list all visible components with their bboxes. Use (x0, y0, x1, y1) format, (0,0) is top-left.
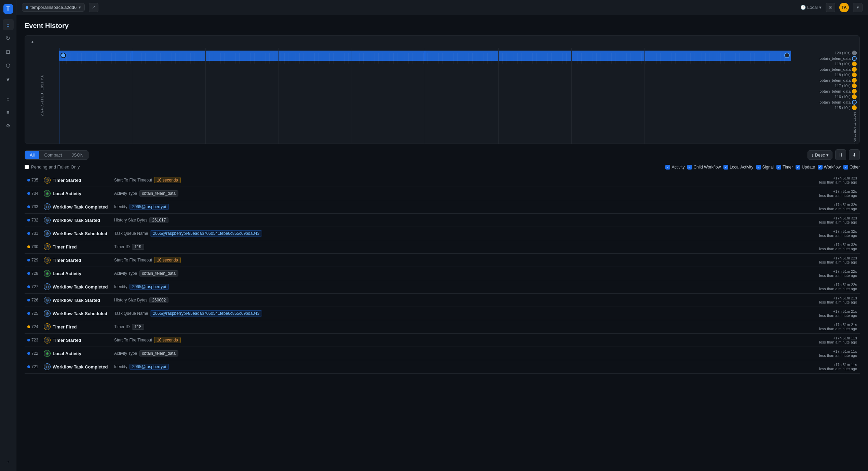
table-row[interactable]: 729 ⏱ Timer Started Start To Fire Timeou… (25, 254, 860, 267)
view-tab-group: All Compact JSON (25, 150, 89, 160)
timeline-start-label: 2024-09-11 EDT 18:11:796 (40, 75, 44, 116)
timeline-right-item: obtain_telem_data (794, 89, 857, 94)
event-type-icon: ⏱ (44, 243, 51, 250)
sidebar-item-settings[interactable]: ⚙ (3, 120, 14, 131)
collapse-timeline-button[interactable]: ▲ (29, 38, 36, 45)
sidebar-item-home[interactable]: ⌂ (3, 19, 14, 30)
app-logo[interactable]: T (3, 4, 13, 14)
meta-value: obtain_telem_data (139, 270, 178, 277)
feedback-icon[interactable]: ⊡ (826, 3, 835, 12)
sort-button[interactable]: ↓ Desc ▾ (808, 150, 832, 160)
table-row[interactable]: 723 ⏱ Timer Started Start To Fire Timeou… (25, 334, 860, 347)
indicator-dot (27, 245, 30, 248)
external-link-icon[interactable]: ↗ (89, 3, 98, 12)
meta-key: History Size Bytes (114, 298, 147, 302)
table-row[interactable]: 732 ⊙ Workflow Task Started History Size… (25, 214, 860, 227)
meta-key: Start To Fire Timeout (114, 258, 152, 263)
event-time: +17h 51m 21s less than a minute ago (796, 309, 857, 318)
sidebar-item-list[interactable]: ≡ (3, 107, 14, 118)
sidebar-item-refresh[interactable]: ↻ (3, 33, 14, 44)
meta-key: Start To Fire Timeout (114, 178, 152, 183)
timeline-right-item: obtain_telem_data (794, 56, 857, 61)
chip-activity[interactable]: ✓ Activity (665, 165, 684, 170)
chip-signal[interactable]: ✓ Signal (756, 165, 774, 170)
event-time: +17h 51m 11s less than a minute ago (796, 349, 857, 358)
event-time-absolute: less than a minute ago (796, 247, 857, 251)
chip-other[interactable]: ✓ Other (843, 165, 860, 170)
event-id: 732 (31, 218, 44, 223)
topbar: temporalinspace.a2dd6 ▾ ↗ 🕐 Local ▾ ⊡ TA… (16, 0, 868, 15)
event-name: Workflow Task Started (53, 218, 114, 223)
chip-activity-label: Activity (672, 165, 684, 170)
table-row[interactable]: 726 ⊙ Workflow Task Started History Size… (25, 294, 860, 307)
table-row[interactable]: 722 ⊕ Local Activity Activity Type obtai… (25, 347, 860, 360)
event-name: Local Activity (53, 351, 114, 356)
timeline-right-label: obtain_telem_data (819, 67, 851, 71)
filter-chips: ✓ Activity ✓ Child Workflow ✓ Local Acti… (665, 165, 860, 170)
event-name: Timer Started (53, 178, 114, 183)
avatar-dropdown-icon[interactable]: ▾ (853, 3, 863, 12)
meta-key: Activity Type (114, 191, 137, 196)
event-name: Timer Started (53, 338, 114, 343)
chip-child-workflow[interactable]: ✓ Child Workflow (687, 165, 721, 170)
timeline-dot-115 (852, 105, 857, 110)
pause-button[interactable]: ⏸ (835, 149, 846, 160)
chip-update[interactable]: ✓ Update (796, 165, 815, 170)
namespace-dropdown-icon[interactable]: ▾ (79, 5, 81, 10)
event-time: +17h 51m 32s less than a minute ago (796, 216, 857, 224)
table-row[interactable]: 735 ⏱ Timer Started Start To Fire Timeou… (25, 174, 860, 187)
meta-value: 10 seconds (154, 337, 180, 343)
indicator-dot (27, 339, 30, 341)
event-type-icon: ⏱ (44, 257, 51, 264)
event-time-relative: +17h 51m 22s (796, 283, 857, 287)
chip-timer[interactable]: ✓ Timer (776, 165, 793, 170)
avatar[interactable]: TA (839, 3, 849, 12)
chip-local-activity[interactable]: ✓ Local Activity (723, 165, 753, 170)
event-id: 725 (31, 311, 44, 316)
table-row[interactable]: 728 ⊕ Local Activity Activity Type obtai… (25, 267, 860, 280)
timeline-header: ▲ (25, 36, 859, 48)
timeline-main[interactable] (59, 48, 791, 144)
meta-value: 260002 (149, 297, 168, 303)
event-time-absolute: less than a minute ago (796, 327, 857, 331)
timeline-dot-117 (852, 83, 857, 88)
table-row[interactable]: 733 ⊙ Workflow Task Completed Identity 2… (25, 200, 860, 214)
sidebar-item-star[interactable]: ★ (3, 74, 14, 85)
timeline-right-item: 119 (10s) (794, 62, 857, 66)
timezone-selector[interactable]: 🕐 Local ▾ (800, 5, 822, 10)
table-row[interactable]: 724 ⏱ Timer Fired Timer ID 118 +17h 51m … (25, 320, 860, 334)
chip-workflow[interactable]: ✓ Workflow (818, 165, 841, 170)
event-id: 730 (31, 244, 44, 249)
event-time-absolute: less than a minute ago (796, 300, 857, 304)
event-meta: Start To Fire Timeout 10 seconds (114, 177, 796, 183)
sidebar-item-workflow[interactable]: ⬡ (3, 60, 14, 71)
pending-failed-filter[interactable]: Pending and Failed Only (25, 164, 80, 170)
table-row[interactable]: 721 ⊙ Workflow Task Completed Identity 2… (25, 360, 860, 374)
chip-other-label: Other (850, 165, 860, 170)
timeline-right-label: 120 (10s) (835, 51, 851, 55)
event-id: 726 (31, 298, 44, 302)
chip-workflow-label: Workflow (824, 165, 841, 170)
event-name: Workflow Task Started (53, 298, 114, 303)
event-time-absolute: less than a minute ago (796, 287, 857, 291)
namespace-selector[interactable]: temporalinspace.a2dd6 ▾ (22, 3, 85, 12)
tab-all[interactable]: All (25, 151, 39, 159)
event-indicator (27, 325, 30, 328)
sidebar-item-search[interactable]: ⌕ (3, 93, 14, 104)
table-row[interactable]: 731 ⊙ Workflow Task Scheduled Task Queue… (25, 227, 860, 240)
pending-failed-checkbox[interactable] (25, 165, 29, 169)
namespace-status-dot (26, 6, 28, 9)
sidebar-item-plus[interactable]: + (3, 456, 14, 467)
table-row[interactable]: 730 ⏱ Timer Fired Timer ID 119 +17h 51m … (25, 240, 860, 254)
timeline-dot-118 (852, 72, 857, 77)
tab-json[interactable]: JSON (67, 151, 88, 159)
sidebar-item-layers[interactable]: ⊞ (3, 46, 14, 57)
event-time-relative: +17h 51m 11s (796, 336, 857, 340)
timezone-dropdown-icon[interactable]: ▾ (819, 5, 822, 10)
table-row[interactable]: 734 ⊕ Local Activity Activity Type obtai… (25, 187, 860, 200)
table-row[interactable]: 725 ⊙ Workflow Task Scheduled Task Queue… (25, 307, 860, 320)
download-button[interactable]: ⬇ (849, 149, 860, 160)
tab-compact[interactable]: Compact (39, 151, 67, 159)
indicator-dot (27, 219, 30, 221)
table-row[interactable]: 727 ⊙ Workflow Task Completed Identity 2… (25, 280, 860, 294)
